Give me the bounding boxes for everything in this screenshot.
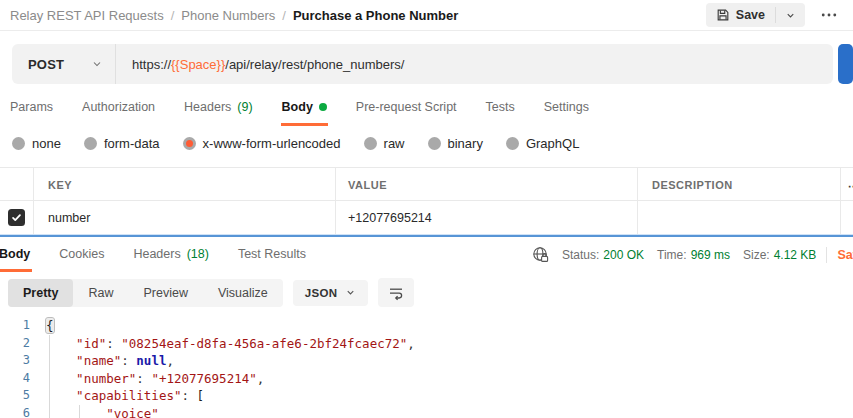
response-tab-test-results[interactable]: Test Results bbox=[236, 244, 308, 272]
url-prefix: https:// bbox=[132, 57, 171, 72]
body-mode-label: GraphQL bbox=[526, 136, 579, 151]
unsaved-changes-dot-icon bbox=[319, 103, 327, 111]
code-token: "number" bbox=[76, 371, 136, 386]
method-selector[interactable]: POST bbox=[12, 44, 116, 84]
line-number: 3 bbox=[0, 352, 30, 370]
line-content: "name": null, bbox=[46, 352, 174, 370]
breadcrumb-item-phone-numbers[interactable]: Phone Numbers bbox=[181, 8, 275, 23]
code-token: "id" bbox=[76, 336, 106, 351]
row-end-cell bbox=[840, 201, 853, 234]
line-number: 2 bbox=[0, 335, 30, 353]
code-token: { bbox=[46, 318, 54, 333]
request-tab-params[interactable]: Params bbox=[9, 97, 54, 126]
body-mode-selector: noneform-datax-www-form-urlencodedrawbin… bbox=[12, 136, 853, 151]
radio-icon bbox=[183, 137, 196, 150]
body-mode-raw[interactable]: raw bbox=[364, 136, 405, 151]
response-meta: Status: 200 OK Time: 969 ms Size: 4.12 K… bbox=[532, 237, 853, 272]
row-checkbox-cell bbox=[0, 201, 33, 234]
save-button[interactable]: Save bbox=[706, 3, 775, 27]
request-url-row: POST https://{{Space}}/api/relay/rest/ph… bbox=[12, 44, 841, 84]
column-header-value: VALUE bbox=[335, 168, 637, 200]
value-cell[interactable]: +12077695214 bbox=[335, 201, 637, 234]
breadcrumb-item-relay-rest-api-requests[interactable]: Relay REST API Requests bbox=[10, 8, 164, 23]
body-mode-label: x-www-form-urlencoded bbox=[203, 136, 341, 151]
wrap-text-button[interactable] bbox=[378, 278, 414, 307]
line-content: "capabilities": [ bbox=[46, 387, 204, 405]
response-tab-cookies[interactable]: Cookies bbox=[57, 244, 106, 272]
response-tab-body[interactable]: Body bbox=[0, 244, 32, 272]
request-tab-body[interactable]: Body bbox=[281, 97, 328, 126]
table-more-icon[interactable]: ⋯ bbox=[848, 180, 853, 193]
key-cell[interactable]: number bbox=[33, 201, 335, 234]
indent-guide bbox=[79, 405, 80, 418]
request-tab-settings[interactable]: Settings bbox=[543, 97, 590, 126]
code-token: "name" bbox=[76, 353, 121, 368]
save-button-label: Save bbox=[736, 8, 765, 22]
tab-count: (18) bbox=[187, 247, 209, 261]
code-token: : bbox=[121, 353, 136, 368]
response-body-viewer[interactable]: 1{2 "id": "08254eaf-d8fa-456a-afe6-2bf24… bbox=[0, 317, 853, 418]
body-mode-label: form-data bbox=[104, 136, 160, 151]
header-actions: Save bbox=[706, 3, 839, 27]
line-content: "number": "+12077695214", bbox=[46, 370, 264, 388]
code-line: 3 "name": null, bbox=[0, 352, 853, 370]
url-variable: {{Space}} bbox=[171, 57, 225, 72]
chevron-down-icon bbox=[91, 58, 103, 70]
breadcrumb-item-purchase-a-phone-number[interactable]: Purchase a Phone Number bbox=[293, 8, 458, 23]
indent-guide bbox=[49, 335, 50, 418]
table-header-row: KEY VALUE DESCRIPTION ⋯ bbox=[0, 168, 853, 201]
line-number: 5 bbox=[0, 387, 30, 405]
description-cell[interactable] bbox=[637, 201, 840, 234]
breadcrumb-separator: / bbox=[282, 8, 286, 23]
save-button-group: Save bbox=[706, 3, 805, 27]
view-mode-segments: PrettyRawPreviewVisualize bbox=[8, 279, 283, 307]
code-token: , bbox=[407, 336, 415, 351]
save-options-button[interactable] bbox=[776, 3, 805, 27]
more-options-button[interactable] bbox=[819, 10, 839, 20]
status-badge: Status: 200 OK bbox=[562, 248, 644, 262]
body-mode-graphql[interactable]: GraphQL bbox=[506, 136, 579, 151]
code-token: "voice" bbox=[106, 406, 159, 418]
format-label: JSON bbox=[305, 287, 338, 299]
radio-icon bbox=[428, 137, 441, 150]
format-selector[interactable]: JSON bbox=[293, 280, 369, 306]
request-tab-pre-request-script[interactable]: Pre-request Script bbox=[355, 97, 458, 126]
status-value: 200 OK bbox=[603, 248, 644, 262]
request-tab-tests[interactable]: Tests bbox=[485, 97, 516, 126]
tab-label: Body bbox=[282, 100, 313, 114]
line-number: 4 bbox=[0, 370, 30, 388]
code-line: 6 "voice" bbox=[0, 405, 853, 418]
floppy-disk-icon bbox=[716, 8, 730, 22]
view-tab-pretty[interactable]: Pretty bbox=[8, 279, 73, 307]
view-tab-visualize[interactable]: Visualize bbox=[203, 279, 283, 307]
code-token: "capabilities" bbox=[76, 388, 181, 403]
globe-lock-icon[interactable] bbox=[532, 246, 549, 263]
response-tab-headers[interactable]: Headers(18) bbox=[131, 244, 210, 272]
tab-count: (9) bbox=[237, 100, 252, 114]
code-token: "+12077695214" bbox=[151, 371, 256, 386]
view-tab-preview[interactable]: Preview bbox=[128, 279, 202, 307]
request-header-bar: Relay REST API Requests/Phone Numbers/Pu… bbox=[0, 0, 853, 31]
line-content: "id": "08254eaf-d8fa-456a-afe6-2bf24fcae… bbox=[46, 335, 415, 353]
code-token bbox=[46, 388, 76, 403]
line-content: { bbox=[46, 317, 54, 335]
app-window: Relay REST API Requests/Phone Numbers/Pu… bbox=[0, 0, 853, 418]
request-tabs: ParamsAuthorizationHeaders(9)BodyPre-req… bbox=[9, 97, 853, 126]
request-tab-headers[interactable]: Headers(9) bbox=[183, 97, 254, 126]
url-input[interactable]: https://{{Space}}/api/relay/rest/phone_n… bbox=[116, 57, 404, 72]
body-mode-binary[interactable]: binary bbox=[428, 136, 483, 151]
row-checkbox[interactable] bbox=[8, 209, 25, 226]
body-mode-none[interactable]: none bbox=[12, 136, 61, 151]
view-tab-raw[interactable]: Raw bbox=[73, 279, 128, 307]
time-badge: Time: 969 ms bbox=[657, 248, 730, 262]
code-token: : bbox=[181, 388, 196, 403]
code-token bbox=[46, 353, 76, 368]
tab-label: Params bbox=[10, 100, 53, 114]
body-mode-form-data[interactable]: form-data bbox=[84, 136, 160, 151]
request-tab-authorization[interactable]: Authorization bbox=[81, 97, 156, 126]
more-options-icon bbox=[821, 12, 837, 18]
body-mode-x-www-form-urlencoded[interactable]: x-www-form-urlencoded bbox=[183, 136, 341, 151]
body-mode-label: binary bbox=[448, 136, 483, 151]
send-button[interactable] bbox=[838, 44, 853, 84]
save-response-button[interactable]: Save Response bbox=[837, 248, 853, 262]
